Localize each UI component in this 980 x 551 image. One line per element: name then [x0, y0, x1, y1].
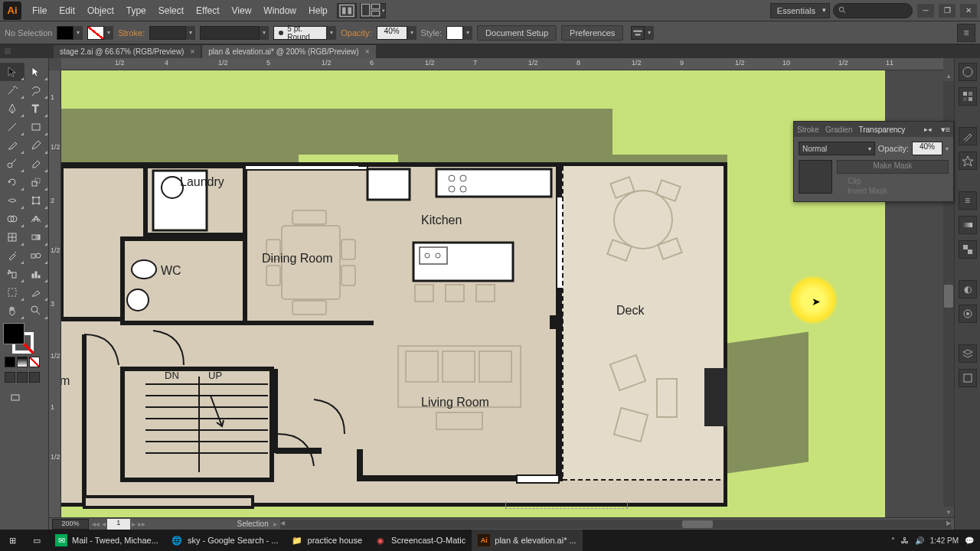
- search-input[interactable]: [833, 3, 913, 18]
- variable-width-input[interactable]: [200, 26, 260, 40]
- rectangle-tool[interactable]: [24, 118, 49, 136]
- artboard-number[interactable]: 1: [107, 519, 130, 530]
- opacity-stepper-icon[interactable]: ▾: [946, 145, 949, 152]
- start-button[interactable]: ⊞: [0, 530, 24, 551]
- transparency-panel[interactable]: Stroke Gradien Transparency ▸◂ ▾≡ Normal…: [793, 121, 954, 202]
- maximize-button[interactable]: ❐: [939, 4, 956, 18]
- align-dropdown[interactable]: ▾: [645, 26, 654, 40]
- variable-width-dropdown[interactable]: ▾: [260, 26, 269, 40]
- symbol-sprayer-tool[interactable]: [0, 265, 24, 283]
- vertical-ruler[interactable]: 1 1/2 2 1/2 3 1/2 1 1/2: [49, 70, 61, 517]
- panel-icon-stroke[interactable]: ≡: [959, 191, 977, 210]
- tray-network-icon[interactable]: 🖧: [901, 536, 909, 545]
- panel-icon-color[interactable]: [959, 63, 977, 81]
- draw-normal-button[interactable]: [5, 372, 15, 383]
- stroke-weight-dropdown[interactable]: ▾: [186, 26, 195, 40]
- taskbar-screencast[interactable]: ◉Screencast-O-Matic: [368, 530, 472, 551]
- scale-tool[interactable]: [24, 173, 49, 191]
- blend-mode-dropdown[interactable]: Normal: [799, 142, 875, 155]
- menu-view[interactable]: View: [226, 2, 258, 19]
- width-tool[interactable]: [0, 191, 24, 210]
- fill-swatch[interactable]: [57, 26, 74, 40]
- column-graph-tool[interactable]: [24, 265, 49, 283]
- menu-object[interactable]: Object: [81, 2, 120, 19]
- shape-builder-tool[interactable]: [0, 210, 24, 228]
- taskbar-illustrator[interactable]: Aiplan & elevation.ai* ...: [472, 530, 582, 551]
- line-tool[interactable]: [0, 118, 24, 136]
- lasso-tool[interactable]: [24, 81, 49, 99]
- stroke-swatch[interactable]: [87, 26, 104, 40]
- scroll-down-icon[interactable]: ▼: [943, 507, 954, 517]
- zoom-tool[interactable]: [24, 302, 49, 320]
- tray-chevron-icon[interactable]: ˄: [891, 536, 895, 545]
- direct-selection-tool[interactable]: [24, 63, 49, 81]
- panel-icon-symbols[interactable]: [959, 152, 977, 170]
- horizontal-ruler[interactable]: 1/2 4 1/2 5 1/2 6 1/2 7 1/2 8 1/2 9 1/2 …: [61, 58, 943, 70]
- gradient-tool[interactable]: [24, 228, 49, 246]
- menu-effect[interactable]: Effect: [190, 2, 225, 19]
- eyedropper-tool[interactable]: [0, 246, 24, 265]
- document-setup-button[interactable]: Document Setup: [477, 25, 557, 41]
- close-button[interactable]: ✕: [960, 4, 977, 18]
- menu-select[interactable]: Select: [152, 2, 190, 19]
- panel-tab-stroke[interactable]: Stroke: [797, 126, 819, 134]
- taskbar-mail[interactable]: ✉Mail - Tweed, Michae...: [49, 530, 165, 551]
- workspace-switcher[interactable]: Essentials: [770, 3, 830, 18]
- horizontal-scrollbar[interactable]: ◀▶: [280, 520, 951, 529]
- menu-file[interactable]: File: [26, 2, 53, 19]
- panel-icon-swatches[interactable]: [959, 87, 977, 106]
- clip-checkbox[interactable]: [837, 178, 844, 185]
- menu-window[interactable]: Window: [257, 2, 302, 19]
- magic-wand-tool[interactable]: [0, 81, 24, 99]
- style-dropdown[interactable]: ▾: [463, 26, 472, 40]
- type-tool[interactable]: T: [24, 99, 49, 118]
- align-icon[interactable]: [631, 26, 645, 40]
- bridge-icon[interactable]: [337, 3, 357, 18]
- screen-mode-button[interactable]: [3, 389, 28, 407]
- tray-notifications-icon[interactable]: 💬: [965, 536, 974, 545]
- pencil-tool[interactable]: [24, 136, 49, 155]
- invert-checkbox[interactable]: [837, 187, 844, 195]
- minimize-button[interactable]: ─: [917, 4, 934, 18]
- panel-tab-transparency[interactable]: Transparency: [858, 126, 905, 134]
- taskbar-browser[interactable]: 🌐sky - Google Search - ...: [165, 530, 285, 551]
- panel-icon-brushes[interactable]: [959, 127, 977, 145]
- panel-icon-gradient[interactable]: [959, 216, 977, 234]
- zoom-level[interactable]: 200%: [52, 519, 89, 530]
- tray-clock[interactable]: 1:42 PM: [930, 536, 959, 545]
- slice-tool[interactable]: [24, 283, 49, 302]
- fill-stroke-indicator[interactable]: [3, 323, 37, 354]
- eraser-tool[interactable]: [24, 155, 49, 173]
- paintbrush-tool[interactable]: [0, 136, 24, 155]
- stroke-weight-input[interactable]: [149, 26, 186, 40]
- perspective-grid-tool[interactable]: [24, 210, 49, 228]
- blend-tool[interactable]: [24, 246, 49, 265]
- panel-collapse-icon[interactable]: ▸◂: [924, 126, 932, 133]
- none-mode-button[interactable]: [29, 357, 40, 367]
- menu-help[interactable]: Help: [302, 2, 334, 19]
- task-view-button[interactable]: ▭: [24, 530, 49, 551]
- make-mask-button[interactable]: Make Mask: [837, 160, 949, 174]
- draw-behind-button[interactable]: [17, 372, 28, 383]
- gradient-mode-button[interactable]: [17, 357, 28, 367]
- document-tab-1[interactable]: stage 2.ai @ 66.67% (RGB/Preview)×: [54, 45, 201, 58]
- transparency-thumbnail[interactable]: [799, 160, 832, 194]
- panel-icon-appearance[interactable]: ◐: [959, 280, 977, 298]
- selection-tool[interactable]: [0, 63, 24, 81]
- preferences-button[interactable]: Preferences: [561, 25, 623, 41]
- pen-tool[interactable]: [0, 99, 24, 118]
- artboard-tool[interactable]: [0, 283, 24, 302]
- document-tab-2[interactable]: plan & elevation.ai* @ 200% (RGB/Preview…: [202, 45, 375, 58]
- menu-type[interactable]: Type: [120, 2, 152, 19]
- tray-volume-icon[interactable]: 🔊: [915, 536, 924, 545]
- scroll-up-icon[interactable]: ▲: [943, 70, 954, 81]
- hscroll-thumb[interactable]: [682, 520, 713, 528]
- panel-icon-layers[interactable]: [959, 344, 977, 363]
- tab-2-close[interactable]: ×: [365, 47, 370, 56]
- menu-edit[interactable]: Edit: [53, 2, 81, 19]
- control-menu-icon[interactable]: ≡: [957, 24, 975, 42]
- mesh-tool[interactable]: [0, 228, 24, 246]
- panel-menu-icon[interactable]: ▾≡: [941, 125, 950, 135]
- arrange-icon[interactable]: ▾: [360, 3, 386, 18]
- panel-icon-graphic-styles[interactable]: [959, 305, 977, 323]
